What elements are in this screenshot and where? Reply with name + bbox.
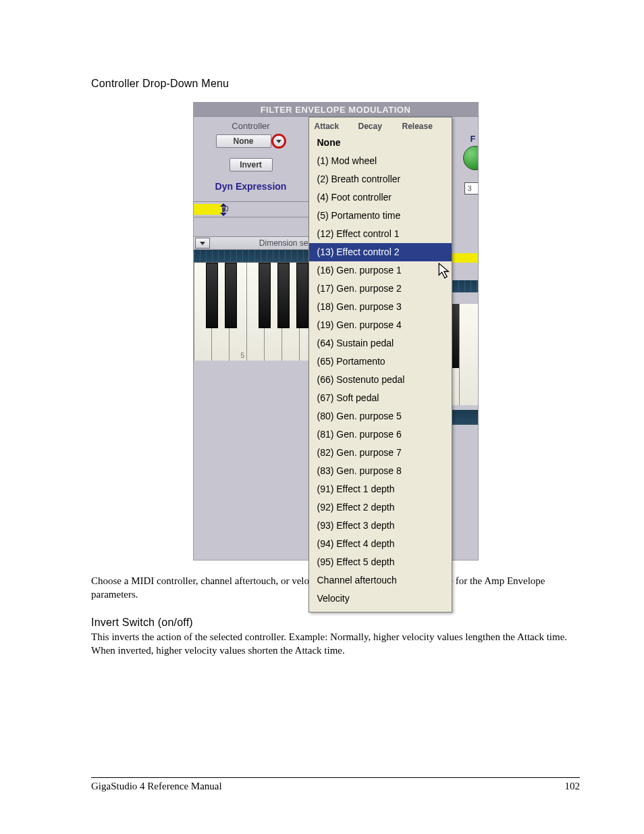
- menu-item[interactable]: None: [309, 134, 452, 152]
- controller-dropdown-menu: Attack Decay Release None(1) Mod wheel(2…: [308, 117, 452, 613]
- menu-item[interactable]: (83) Gen. purpose 8: [309, 462, 452, 480]
- controller-label: Controller: [194, 121, 308, 131]
- menu-item[interactable]: (65) Portamento: [309, 353, 452, 371]
- menu-header-decay: Decay: [358, 122, 402, 131]
- menu-item[interactable]: (93) Effect 3 depth: [309, 517, 452, 535]
- menu-item[interactable]: (82) Gen. purpose 7: [309, 444, 452, 462]
- dimension-dropdown[interactable]: [195, 238, 210, 249]
- menu-header-release: Release: [402, 122, 446, 131]
- menu-item[interactable]: (13) Effect control 2: [309, 243, 452, 261]
- menu-item[interactable]: (94) Effect 4 depth: [309, 535, 452, 553]
- piano-black-key[interactable]: [259, 263, 271, 328]
- menu-item[interactable]: (4) Foot controller: [309, 188, 452, 207]
- menu-item[interactable]: Channel aftertouch: [309, 571, 452, 590]
- dropdown-trigger-highlighted[interactable]: [271, 134, 286, 149]
- paragraph-invert: This inverts the action of the selected …: [91, 630, 580, 658]
- piano-black-key[interactable]: [277, 263, 290, 328]
- knob-icon[interactable]: [463, 146, 478, 170]
- octave-label: 5: [241, 352, 245, 359]
- right-letter: F: [471, 134, 476, 144]
- dyn-expression-label: Dyn Expression: [194, 181, 308, 192]
- right-panel-fragment: F 3: [452, 130, 478, 560]
- blank-area: [194, 361, 308, 560]
- menu-item[interactable]: (91) Effect 1 depth: [309, 480, 452, 498]
- piano-black-key[interactable]: [206, 263, 218, 328]
- section-heading-controller: Controller Drop-Down Menu: [91, 78, 580, 90]
- screenshot-container: FILTER ENVELOPE MODULATION Controller No…: [193, 102, 479, 561]
- menu-item[interactable]: (18) Gen. purpose 3: [309, 298, 452, 316]
- right-yellow-strip: [452, 253, 478, 263]
- menu-item[interactable]: (2) Breath controller: [309, 170, 452, 188]
- controller-select-button[interactable]: None: [216, 134, 271, 148]
- menu-item[interactable]: (92) Effect 2 depth: [309, 498, 452, 517]
- menu-item[interactable]: (12) Effect control 1: [309, 225, 452, 243]
- invert-button[interactable]: Invert: [230, 158, 273, 172]
- cursor-icon: [438, 263, 453, 280]
- footer-page-number: 102: [565, 781, 581, 792]
- menu-header-attack: Attack: [315, 122, 358, 131]
- menu-item[interactable]: (19) Gen. purpose 4: [309, 316, 452, 334]
- menu-item[interactable]: (95) Effect 5 depth: [309, 553, 452, 571]
- menu-item[interactable]: (5) Portamento time: [309, 207, 452, 225]
- key-divider: [459, 304, 460, 405]
- velocity-strip: [194, 250, 308, 263]
- menu-header: Attack Decay Release: [309, 118, 452, 134]
- piano-black-key[interactable]: [225, 263, 237, 328]
- menu-item[interactable]: Velocity: [309, 590, 452, 608]
- piano-keyboard[interactable]: 5: [194, 263, 308, 361]
- footer-title: GigaStudio 4 Reference Manual: [91, 781, 222, 792]
- menu-item[interactable]: (16) Gen. purpose 1: [309, 261, 452, 280]
- section-heading-invert: Invert Switch (on/off): [91, 617, 580, 629]
- right-field[interactable]: 3: [464, 182, 478, 194]
- piano-black-key[interactable]: [296, 263, 308, 328]
- menu-item[interactable]: (67) Soft pedal: [309, 389, 452, 407]
- right-velocity-strip: [452, 280, 478, 292]
- right-dark-strip: [452, 410, 478, 425]
- menu-item[interactable]: (1) Mod wheel: [309, 152, 452, 170]
- dyn-expression-slider[interactable]: 0: [194, 201, 308, 217]
- menu-item[interactable]: (66) Sostenuto pedal: [309, 371, 452, 389]
- slider-value: 0: [224, 205, 228, 213]
- menu-item[interactable]: (80) Gen. purpose 5: [309, 407, 452, 425]
- menu-item[interactable]: (17) Gen. purpose 2: [309, 280, 452, 298]
- panel-title: FILTER ENVELOPE MODULATION: [194, 103, 478, 117]
- menu-item[interactable]: (81) Gen. purpose 6: [309, 425, 452, 444]
- menu-item[interactable]: (64) Sustain pedal: [309, 334, 452, 353]
- dimension-label: Dimension se: [210, 238, 308, 248]
- chevron-down-icon: [200, 242, 205, 245]
- chevron-down-icon: [276, 140, 281, 143]
